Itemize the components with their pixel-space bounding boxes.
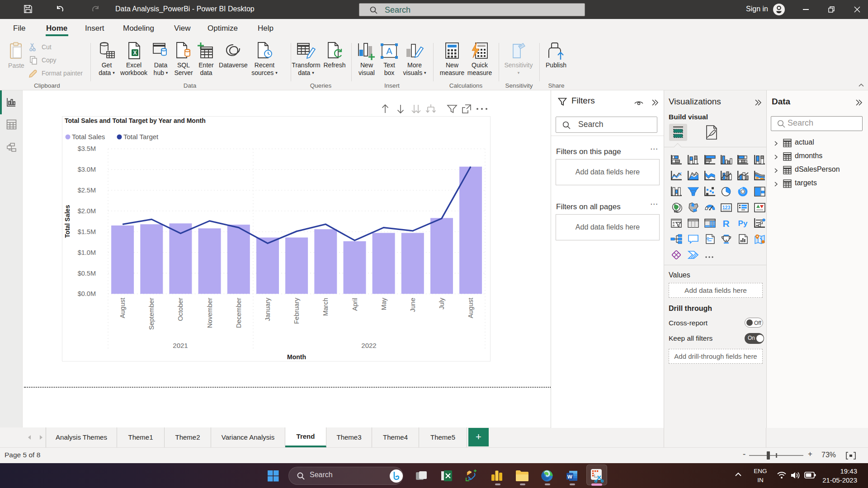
svg-text:September: September bbox=[148, 298, 155, 330]
svg-text:August: August bbox=[119, 298, 126, 318]
svg-text:June: June bbox=[409, 298, 416, 312]
svg-text:May: May bbox=[380, 297, 387, 310]
svg-text:$1.0M: $1.0M bbox=[78, 249, 96, 256]
svg-text:Total Sales: Total Sales bbox=[72, 133, 105, 141]
svg-text:Total Target: Total Target bbox=[123, 133, 159, 141]
svg-text:Total Sales and Total Target b: Total Sales and Total Target by Year and… bbox=[65, 117, 206, 124]
svg-text:$3.5M: $3.5M bbox=[78, 145, 96, 152]
svg-text:February: February bbox=[293, 297, 300, 324]
svg-text:2022: 2022 bbox=[361, 342, 376, 349]
svg-text:$0.0M: $0.0M bbox=[78, 290, 96, 297]
svg-text:November: November bbox=[206, 298, 213, 328]
svg-text:Total Sales: Total Sales bbox=[64, 205, 71, 238]
svg-text:Py: Py bbox=[738, 219, 748, 228]
svg-text:January: January bbox=[264, 297, 271, 321]
svg-text:$2.0M: $2.0M bbox=[78, 207, 96, 215]
svg-text:December: December bbox=[235, 298, 242, 328]
svg-text:A: A bbox=[386, 46, 392, 56]
svg-text:April: April bbox=[351, 298, 359, 311]
svg-text:$2.5M: $2.5M bbox=[78, 187, 96, 194]
svg-text:Month: Month bbox=[287, 353, 306, 361]
svg-text:March: March bbox=[322, 298, 329, 316]
svg-text:$1.5M: $1.5M bbox=[78, 228, 96, 235]
svg-text:R: R bbox=[722, 218, 729, 229]
svg-text:July: July bbox=[438, 297, 445, 310]
svg-text:$3.0M: $3.0M bbox=[78, 166, 96, 173]
svg-text:X: X bbox=[133, 50, 137, 56]
svg-text:2021: 2021 bbox=[173, 342, 188, 349]
svg-text:123: 123 bbox=[722, 205, 731, 210]
svg-text:$0.5M: $0.5M bbox=[78, 270, 96, 277]
svg-text:W: W bbox=[567, 474, 572, 479]
svg-text:August: August bbox=[467, 298, 474, 318]
svg-text:October: October bbox=[177, 298, 184, 321]
